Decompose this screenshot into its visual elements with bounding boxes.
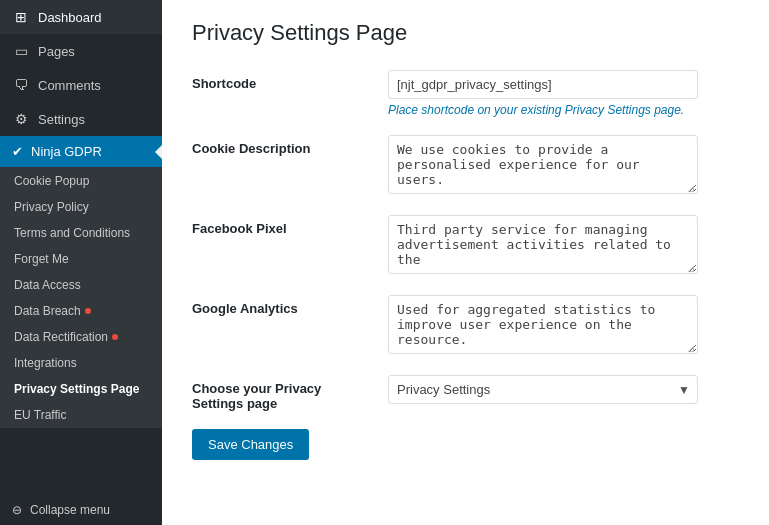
facebook-pixel-label: Facebook Pixel (192, 215, 372, 236)
save-changes-container: Save Changes (192, 429, 739, 460)
facebook-pixel-field (388, 215, 739, 277)
sidebar-item-label: Dashboard (38, 10, 102, 25)
sidebar-item-label: Ninja GDPR (31, 144, 102, 159)
sidebar-item-label: Pages (38, 44, 75, 59)
privacy-settings-page-field: Privacy Settings ▼ (388, 375, 739, 404)
shortcode-row: Shortcode Place shortcode on your existi… (192, 70, 739, 117)
sub-item-label: EU Traffic (14, 408, 66, 422)
google-analytics-textarea-container (388, 295, 698, 357)
sidebar-item-label: Comments (38, 78, 101, 93)
sidebar-item-terms-and-conditions[interactable]: Terms and Conditions (0, 220, 162, 246)
sidebar-item-cookie-popup[interactable]: Cookie Popup (0, 168, 162, 194)
facebook-pixel-textarea-container (388, 215, 698, 277)
sidebar-top-menu: ⊞ Dashboard ▭ Pages 🗨 Comments ⚙ Setting… (0, 0, 162, 168)
sidebar: ⊞ Dashboard ▭ Pages 🗨 Comments ⚙ Setting… (0, 0, 162, 525)
sidebar-item-data-breach[interactable]: Data Breach (0, 298, 162, 324)
google-analytics-label: Google Analytics (192, 295, 372, 316)
sidebar-item-data-access[interactable]: Data Access (0, 272, 162, 298)
sidebar-item-integrations[interactable]: Integrations (0, 350, 162, 376)
pages-icon: ▭ (12, 42, 30, 60)
save-changes-button[interactable]: Save Changes (192, 429, 309, 460)
sidebar-item-pages[interactable]: ▭ Pages (0, 34, 162, 68)
cookie-description-row: Cookie Description (192, 135, 739, 197)
cookie-description-textarea-container (388, 135, 698, 197)
google-analytics-field (388, 295, 739, 357)
shortcode-hint: Place shortcode on your existing Privacy… (388, 103, 739, 117)
google-analytics-textarea[interactable] (388, 295, 698, 354)
sidebar-item-privacy-policy[interactable]: Privacy Policy (0, 194, 162, 220)
collapse-menu-button[interactable]: ⊖ Collapse menu (0, 495, 162, 525)
google-analytics-row: Google Analytics (192, 295, 739, 357)
privacy-settings-page-label: Choose your Privacy Settings page (192, 375, 372, 411)
sidebar-item-settings[interactable]: ⚙ Settings (0, 102, 162, 136)
cookie-description-textarea[interactable] (388, 135, 698, 194)
sidebar-item-ninja-gdpr[interactable]: ✔ Ninja GDPR (0, 136, 162, 167)
sidebar-item-privacy-settings-page[interactable]: Privacy Settings Page (0, 376, 162, 402)
sidebar-sub-menu: Cookie Popup Privacy Policy Terms and Co… (0, 168, 162, 428)
cookie-description-field (388, 135, 739, 197)
sidebar-item-data-rectification[interactable]: Data Rectification (0, 324, 162, 350)
privacy-settings-page-row: Choose your Privacy Settings page Privac… (192, 375, 739, 411)
sub-item-label: Terms and Conditions (14, 226, 130, 240)
dashboard-icon: ⊞ (12, 8, 30, 26)
notification-dot (85, 308, 91, 314)
sub-item-label: Privacy Settings Page (14, 382, 139, 396)
collapse-label: Collapse menu (30, 503, 110, 517)
sub-item-label: Cookie Popup (14, 174, 89, 188)
main-content: Privacy Settings Page Shortcode Place sh… (162, 0, 769, 525)
sidebar-item-eu-traffic[interactable]: EU Traffic (0, 402, 162, 428)
sub-item-label: Integrations (14, 356, 77, 370)
sub-item-label: Data Breach (14, 304, 81, 318)
sub-item-label: Privacy Policy (14, 200, 89, 214)
notification-dot (112, 334, 118, 340)
privacy-settings-select-wrapper: Privacy Settings ▼ (388, 375, 698, 404)
ninja-gdpr-icon: ✔ (12, 144, 23, 159)
sidebar-item-comments[interactable]: 🗨 Comments (0, 68, 162, 102)
facebook-pixel-row: Facebook Pixel (192, 215, 739, 277)
comments-icon: 🗨 (12, 76, 30, 94)
facebook-pixel-textarea[interactable] (388, 215, 698, 274)
sidebar-item-label: Settings (38, 112, 85, 127)
sidebar-item-forget-me[interactable]: Forget Me (0, 246, 162, 272)
sub-item-label: Forget Me (14, 252, 69, 266)
shortcode-field: Place shortcode on your existing Privacy… (388, 70, 739, 117)
shortcode-label: Shortcode (192, 70, 372, 91)
privacy-settings-select[interactable]: Privacy Settings (388, 375, 698, 404)
page-title: Privacy Settings Page (192, 20, 739, 46)
settings-icon: ⚙ (12, 110, 30, 128)
shortcode-input[interactable] (388, 70, 698, 99)
sub-item-label: Data Rectification (14, 330, 108, 344)
sidebar-item-dashboard[interactable]: ⊞ Dashboard (0, 0, 162, 34)
sub-item-label: Data Access (14, 278, 81, 292)
cookie-description-label: Cookie Description (192, 135, 372, 156)
collapse-icon: ⊖ (12, 503, 22, 517)
